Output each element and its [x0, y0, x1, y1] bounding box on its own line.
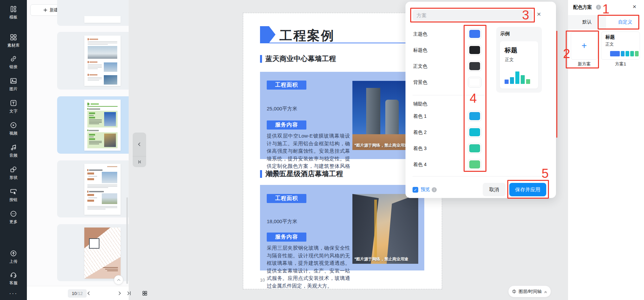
toolbar-overflow-dots[interactable]: ···: [0, 291, 27, 297]
accent2-label: 着色 2: [413, 127, 427, 138]
project-panel-1[interactable]: 工程面积 25,000平方米 服务内容 提供双层中空Low-E镀膜玻璃幕墙设计与…: [260, 72, 424, 159]
background-color-swatch[interactable]: [468, 77, 481, 88]
accent1-label: 着色 1: [413, 111, 427, 121]
body-color-swatch[interactable]: [468, 61, 481, 71]
page-title[interactable]: 工程案例: [280, 27, 335, 44]
body-color-label: 正文色: [413, 61, 427, 71]
collapse-panel-button[interactable]: [133, 133, 146, 156]
scheme1-card[interactable]: 标题 正文: [601, 32, 640, 60]
sidebar-item-template[interactable]: 模板: [0, 5, 27, 20]
service-text[interactable]: 采用三层夹胶钢化玻璃，确保安全性与隔音性能。设计现代简约风格的无框玻璃幕墙，提升…: [267, 244, 350, 290]
page-thumbnail-08[interactable]: 08: [57, 0, 129, 26]
tab-custom[interactable]: 自定义: [606, 15, 644, 29]
title-color-label: 标题色: [413, 45, 427, 55]
qr-code: [89, 238, 99, 249]
next-page-icon[interactable]: [117, 291, 122, 296]
new-scheme-label: 新方案: [571, 61, 598, 67]
expand-panel-button[interactable]: [114, 275, 123, 285]
project-photo-2[interactable]: *图片源于网络，禁止商业用途: [352, 194, 418, 264]
text-icon: [0, 99, 27, 107]
theme-color-swatch[interactable]: [468, 29, 481, 39]
area-value[interactable]: 25,000平方米: [267, 106, 297, 112]
layers-timeline-button[interactable]: 图层/时间轴: [508, 286, 551, 297]
area-tag[interactable]: 工程面积: [267, 81, 306, 90]
accent4-swatch[interactable]: [468, 159, 481, 170]
plus-icon: +: [582, 41, 587, 50]
sidebar-item-support[interactable]: 客服: [0, 271, 27, 286]
area-tag[interactable]: 工程面积: [267, 194, 306, 203]
divider: [413, 95, 485, 95]
title-color-swatch[interactable]: [468, 45, 481, 55]
title-underline: [260, 43, 424, 43]
service-tag[interactable]: 服务内容: [267, 233, 306, 242]
sidebar-item-shape[interactable]: 形状: [0, 166, 27, 181]
accent3-swatch[interactable]: [468, 143, 481, 154]
preview-label[interactable]: 预览: [421, 187, 430, 193]
accent1-swatch[interactable]: [468, 111, 481, 121]
title-arrow-shape[interactable]: [260, 26, 275, 43]
shape-icon: [0, 166, 27, 173]
panel-close-icon[interactable]: ×: [633, 3, 636, 10]
sidebar-item-image[interactable]: 图片: [0, 77, 27, 92]
photo-caption: *图片源于网络，禁止商业用途: [354, 256, 409, 262]
collapse-to-edge-button[interactable]: [133, 156, 146, 167]
sidebar-item-button[interactable]: 按钮: [0, 188, 27, 203]
section-heading-2[interactable]: 湖景五星级酒店幕墙工程: [260, 169, 343, 179]
new-scheme-card[interactable]: +: [571, 32, 598, 60]
save-apply-button[interactable]: 保存并应用: [509, 183, 546, 196]
assets-icon: [0, 34, 27, 41]
last-page-icon[interactable]: [126, 291, 132, 296]
info-icon: i: [596, 5, 601, 10]
page-navigation-bar: 10/12: [27, 286, 129, 300]
tab-default[interactable]: 默认: [568, 15, 606, 29]
sidebar-item-assets[interactable]: 素材库: [0, 34, 27, 48]
page-counter[interactable]: 10/12: [68, 289, 87, 298]
layers-timeline-icon: [512, 289, 517, 294]
section-heading-1[interactable]: 蓝天商业中心幕墙工程: [260, 54, 336, 63]
project-photo-1[interactable]: *图片源于网络，禁止商业用途: [352, 81, 410, 150]
scheme-tabs: 默认 自定义: [568, 15, 644, 29]
headset-icon: [0, 271, 27, 279]
link-icon: [0, 55, 27, 62]
service-tag[interactable]: 服务内容: [267, 120, 306, 130]
sidebar-item-audio[interactable]: 音频: [0, 144, 27, 158]
prev-page-icon[interactable]: [86, 291, 91, 296]
sidebar-item-link[interactable]: 链接: [0, 55, 27, 70]
color-scheme-panel: 配色方案 i × 默认 自定义 + 新方案 标题 正文 方案1: [568, 0, 644, 300]
project-panel-2[interactable]: 工程面积 18,000平方米 服务内容 采用三层夹胶钢化玻璃，确保安全性与隔音性…: [260, 185, 424, 270]
dialog-close-icon[interactable]: ×: [537, 10, 541, 17]
chevron-left-bar-icon: [137, 160, 142, 164]
area-value[interactable]: 18,000平方米: [267, 218, 297, 225]
page-thumbnail-12[interactable]: 12: [57, 224, 129, 281]
color-scheme-dialog: × 主题色 标题色 正文色 背景色 辅助色 着色 1 着色 2 着色 3 着色 …: [405, 2, 556, 198]
sidebar-item-video[interactable]: 视频: [0, 121, 27, 136]
section-bar: [260, 170, 262, 178]
plus-icon: [43, 8, 48, 12]
sidebar-item-more[interactable]: 更多: [0, 210, 27, 225]
page-number: 10: [260, 278, 265, 283]
chevron-up-icon: [117, 278, 121, 282]
thumbnail-page-preview: [84, 228, 121, 279]
template-icon: [0, 5, 27, 13]
page-thumbnail-10-selected[interactable]: 10: [57, 96, 129, 154]
scheme-name-input[interactable]: [413, 10, 533, 21]
preview-checkbox[interactable]: ✓: [413, 187, 418, 193]
thumbnails-scrollbar[interactable]: [126, 197, 128, 284]
info-icon: i: [432, 187, 437, 192]
panel-title: 配色方案: [573, 4, 592, 10]
cancel-button[interactable]: 取消: [483, 183, 506, 196]
section-bar: [260, 55, 262, 63]
app-root: 模板 素材库 链接 图片 文字 视频 音频 形状: [0, 0, 644, 300]
accent4-label: 着色 4: [413, 159, 427, 170]
page-thumbnail-09[interactable]: 09: [57, 32, 129, 90]
audio-icon: [0, 144, 27, 151]
scheme1-color-strip: [610, 51, 639, 56]
left-toolbar: 模板 素材库 链接 图片 文字 视频 音频 形状: [0, 0, 27, 300]
background-color-label: 背景色: [413, 77, 427, 88]
accent2-swatch[interactable]: [468, 127, 481, 138]
sidebar-item-upload[interactable]: 上传: [0, 250, 27, 264]
page-thumbnail-11[interactable]: 11: [57, 160, 129, 217]
grid-view-icon[interactable]: [142, 290, 148, 296]
sidebar-item-text[interactable]: 文字: [0, 99, 27, 114]
image-icon: [0, 77, 27, 85]
